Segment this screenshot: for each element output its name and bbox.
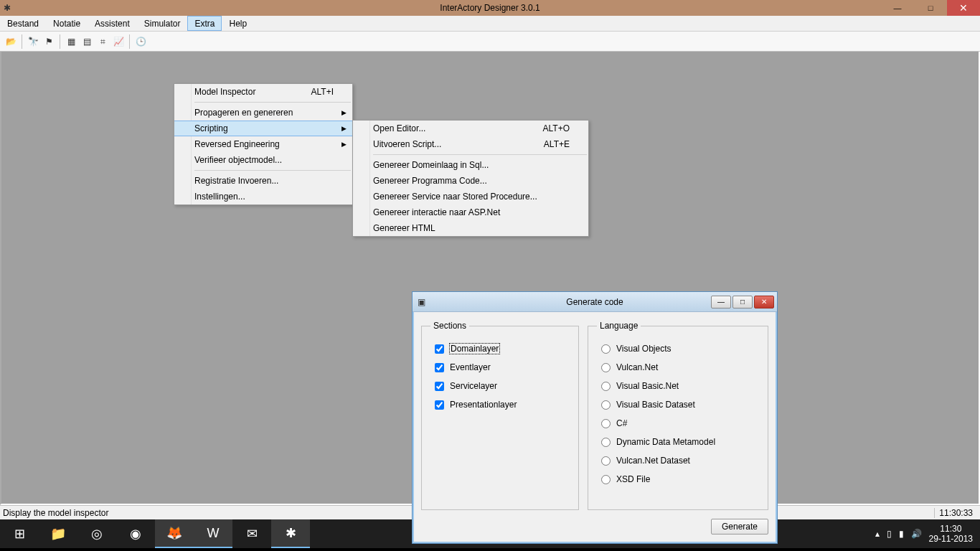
menu-help[interactable]: Help bbox=[222, 16, 254, 31]
dialog-close-button[interactable]: ✕ bbox=[754, 296, 774, 309]
workspace: Model Inspector ALT+I Propageren en gene… bbox=[0, 52, 980, 505]
window-titlebar: ✱ InterActory Designer 3.0.1 — □ ✕ bbox=[0, 0, 980, 16]
menu-item-model-inspector[interactable]: Model Inspector ALT+I bbox=[174, 84, 352, 100]
menu-bar: Bestand Notatie Assistent Simulator Extr… bbox=[0, 16, 980, 32]
maximize-button[interactable]: □ bbox=[914, 0, 947, 16]
menu-extra[interactable]: Extra bbox=[187, 16, 222, 31]
menu-item-label: Propageren en genereren bbox=[194, 108, 293, 118]
minimize-button[interactable]: — bbox=[881, 0, 914, 16]
menu-item-genereer-stored-proc[interactable]: Genereer Service naar Stored Procedure..… bbox=[353, 189, 588, 204]
taskbar-word-icon[interactable]: W bbox=[194, 519, 232, 548]
menu-item-label: Verifieer objectmodel... bbox=[194, 155, 282, 165]
system-tray[interactable]: ▴ ▯ ▮ 🔊 11:30 29-11-2013 bbox=[875, 524, 980, 545]
checkbox-presentationlayer[interactable] bbox=[435, 400, 444, 410]
menu-simulator[interactable]: Simulator bbox=[137, 16, 188, 31]
section-servicelayer[interactable]: Servicelayer bbox=[435, 381, 570, 391]
menu-item-scripting[interactable]: Scripting ▶ bbox=[174, 121, 352, 136]
open-icon[interactable]: 📂 bbox=[3, 34, 19, 50]
menu-item-open-editor[interactable]: Open Editor... ALT+O bbox=[353, 121, 588, 136]
menu-assistent[interactable]: Assistent bbox=[88, 16, 137, 31]
dialog-maximize-button[interactable]: □ bbox=[732, 296, 753, 309]
radio-visual-objects[interactable] bbox=[601, 344, 611, 354]
dialog-titlebar[interactable]: ▣ Generate code — □ ✕ bbox=[413, 292, 777, 312]
window-title: InterActory Designer 3.0.1 bbox=[0, 3, 980, 13]
menu-bestand[interactable]: Bestand bbox=[0, 16, 46, 31]
language-csharp[interactable]: C# bbox=[601, 418, 759, 428]
checkbox-domainlayer[interactable] bbox=[435, 344, 444, 354]
start-button[interactable]: ⊞ bbox=[0, 519, 39, 548]
taskbar-firefox-icon[interactable]: 🦊 bbox=[155, 519, 194, 548]
toolbar-separator bbox=[129, 34, 130, 49]
menu-notatie[interactable]: Notatie bbox=[46, 16, 88, 31]
taskbar-app-icon[interactable]: ✱ bbox=[271, 519, 310, 548]
tray-date: 29-11-2013 bbox=[929, 534, 973, 544]
flag-icon[interactable]: ⚑ bbox=[41, 34, 57, 50]
menu-item-label: Instellingen... bbox=[194, 192, 245, 202]
taskbar-explorer-icon[interactable]: 📁 bbox=[39, 519, 77, 548]
tray-wifi-icon[interactable]: ▮ bbox=[899, 529, 904, 539]
menu-item-shortcut: ALT+I bbox=[283, 87, 334, 97]
menu-extra-popup: Model Inspector ALT+I Propageren en gene… bbox=[174, 83, 353, 205]
language-dynamic-metamodel[interactable]: Dynamic Data Metamodel bbox=[601, 437, 759, 447]
taskbar-chrome-icon[interactable]: ◉ bbox=[116, 519, 155, 548]
sections-fieldset: Sections Domainlayer Eventlayer Servicel… bbox=[421, 321, 579, 510]
radio-vulcan-dataset[interactable] bbox=[601, 456, 611, 466]
menu-item-label: Open Editor... bbox=[373, 123, 425, 133]
radio-xsd-file[interactable] bbox=[601, 475, 611, 484]
radio-vb-dataset[interactable] bbox=[601, 400, 611, 410]
language-xsd-file[interactable]: XSD File bbox=[601, 474, 759, 484]
menu-item-verifieer[interactable]: Verifieer objectmodel... bbox=[174, 152, 352, 168]
section-eventlayer[interactable]: Eventlayer bbox=[435, 362, 570, 372]
checkbox-label: Eventlayer bbox=[450, 362, 491, 372]
grid-icon[interactable]: ▦ bbox=[63, 34, 79, 50]
menu-item-genereer-html[interactable]: Genereer HTML bbox=[353, 220, 588, 236]
menu-item-registratie[interactable]: Registratie Invoeren... bbox=[174, 173, 352, 189]
menu-item-genereer-sql[interactable]: Genereer Domeinlaag in Sql... bbox=[353, 157, 588, 173]
menu-item-uitvoeren-script[interactable]: Uitvoeren Script... ALT+E bbox=[353, 136, 588, 152]
clock-icon[interactable]: 🕒 bbox=[133, 34, 149, 50]
tray-volume-icon[interactable]: 🔊 bbox=[911, 529, 922, 539]
crop-icon[interactable]: ⌗ bbox=[95, 34, 110, 50]
tray-battery-icon[interactable]: ▯ bbox=[887, 529, 892, 539]
language-vb-dataset[interactable]: Visual Basic Dataset bbox=[601, 400, 759, 410]
tray-chevron-icon[interactable]: ▴ bbox=[875, 529, 880, 539]
tray-clock[interactable]: 11:30 29-11-2013 bbox=[929, 524, 973, 545]
menu-item-genereer-code[interactable]: Genereer Programma Code... bbox=[353, 173, 588, 189]
section-domainlayer[interactable]: Domainlayer bbox=[435, 344, 570, 354]
menu-item-label: Genereer Programma Code... bbox=[373, 176, 487, 186]
calendar-icon[interactable]: ▤ bbox=[79, 34, 95, 50]
submenu-arrow-icon: ▶ bbox=[341, 109, 347, 116]
radio-csharp[interactable] bbox=[601, 419, 611, 428]
language-legend: Language bbox=[597, 321, 641, 331]
radio-vulcan-net[interactable] bbox=[601, 363, 611, 372]
binoculars-icon[interactable]: 🔭 bbox=[25, 34, 41, 50]
menu-item-label: Model Inspector bbox=[194, 87, 255, 97]
language-visual-objects[interactable]: Visual Objects bbox=[601, 344, 759, 354]
taskbar-outlook-icon[interactable]: ✉ bbox=[232, 519, 271, 548]
radio-label: Visual Basic Dataset bbox=[616, 400, 695, 410]
menu-item-genereer-aspnet[interactable]: Genereer interactie naar ASP.Net bbox=[353, 204, 588, 220]
radio-vb-net[interactable] bbox=[601, 382, 611, 391]
radio-label: XSD File bbox=[616, 474, 650, 484]
section-presentationlayer[interactable]: Presentationlayer bbox=[435, 400, 570, 410]
menu-item-reversed-engineering[interactable]: Reversed Engineering ▶ bbox=[174, 136, 352, 152]
checkbox-servicelayer[interactable] bbox=[435, 382, 444, 391]
language-vb-net[interactable]: Visual Basic.Net bbox=[601, 381, 759, 391]
chart-icon[interactable]: 📈 bbox=[110, 34, 126, 50]
taskbar-hp-icon[interactable]: ◎ bbox=[77, 519, 116, 548]
radio-dynamic-metamodel[interactable] bbox=[601, 438, 611, 447]
menu-item-label: Genereer Domeinlaag in Sql... bbox=[373, 160, 489, 170]
menu-item-shortcut: ALT+E bbox=[515, 139, 570, 149]
dialog-minimize-button[interactable]: — bbox=[711, 296, 731, 309]
radio-label: Vulcan.Net Dataset bbox=[616, 456, 690, 466]
menu-item-instellingen[interactable]: Instellingen... bbox=[174, 189, 352, 204]
language-vulcan-dataset[interactable]: Vulcan.Net Dataset bbox=[601, 456, 759, 466]
checkbox-eventlayer[interactable] bbox=[435, 363, 444, 372]
close-button[interactable]: ✕ bbox=[947, 0, 980, 16]
generate-button[interactable]: Generate bbox=[711, 519, 768, 534]
menu-divider bbox=[194, 170, 351, 171]
status-clock: 11:30:33 bbox=[934, 508, 977, 518]
menu-item-propageren[interactable]: Propageren en genereren ▶ bbox=[174, 105, 352, 121]
toolbar-separator bbox=[22, 34, 22, 49]
language-vulcan-net[interactable]: Vulcan.Net bbox=[601, 362, 759, 372]
